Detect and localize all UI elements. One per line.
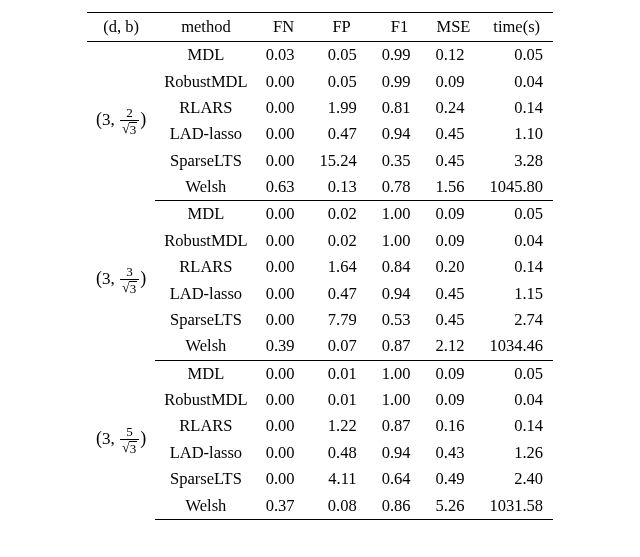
cell-fp: 0.47: [311, 280, 373, 306]
cell-fp: 0.07: [311, 333, 373, 360]
cell-time: 1.10: [480, 121, 553, 147]
table-row: Welsh0.370.080.865.261031.58: [87, 492, 553, 519]
group-label: (3, 2√3): [87, 42, 155, 201]
cell-fp: 0.01: [311, 387, 373, 413]
cell-f1: 0.87: [373, 333, 427, 360]
cell-fn: 0.03: [257, 42, 311, 69]
cell-f1: 0.99: [373, 42, 427, 69]
cell-method: MDL: [155, 201, 256, 228]
cell-time: 0.05: [480, 201, 553, 228]
cell-f1: 0.84: [373, 254, 427, 280]
cell-fn: 0.00: [257, 413, 311, 439]
col-method: method: [155, 13, 256, 42]
cell-f1: 0.94: [373, 121, 427, 147]
cell-f1: 0.94: [373, 280, 427, 306]
table-row: RLARS0.001.220.870.160.14: [87, 413, 553, 439]
cell-time: 0.04: [480, 68, 553, 94]
cell-fn: 0.37: [257, 492, 311, 519]
cell-f1: 0.94: [373, 440, 427, 466]
table-row: SparseLTS0.0015.240.350.453.28: [87, 148, 553, 174]
cell-mse: 0.09: [427, 228, 481, 254]
table-row: Welsh0.630.130.781.561045.80: [87, 174, 553, 201]
cell-mse: 0.09: [427, 360, 481, 387]
cell-mse: 5.26: [427, 492, 481, 519]
cell-time: 0.05: [480, 360, 553, 387]
cell-fp: 0.05: [311, 68, 373, 94]
col-fn: FN: [257, 13, 311, 42]
cell-fp: 0.47: [311, 121, 373, 147]
table-row: SparseLTS0.007.790.530.452.74: [87, 307, 553, 333]
table-row: (3, 3√3)MDL0.000.021.000.090.05: [87, 201, 553, 228]
cell-method: MDL: [155, 42, 256, 69]
cell-fp: 15.24: [311, 148, 373, 174]
cell-method: Welsh: [155, 174, 256, 201]
cell-mse: 0.09: [427, 387, 481, 413]
cell-time: 0.14: [480, 254, 553, 280]
cell-method: LAD-lasso: [155, 121, 256, 147]
cell-fp: 1.64: [311, 254, 373, 280]
cell-f1: 1.00: [373, 228, 427, 254]
cell-fp: 0.48: [311, 440, 373, 466]
col-db: (d, b): [87, 13, 155, 42]
col-fp: FP: [311, 13, 373, 42]
cell-fn: 0.63: [257, 174, 311, 201]
cell-mse: 2.12: [427, 333, 481, 360]
cell-fp: 0.05: [311, 42, 373, 69]
cell-time: 1045.80: [480, 174, 553, 201]
cell-f1: 0.86: [373, 492, 427, 519]
cell-time: 0.14: [480, 95, 553, 121]
cell-fn: 0.00: [257, 148, 311, 174]
cell-f1: 1.00: [373, 360, 427, 387]
cell-time: 2.40: [480, 466, 553, 492]
cell-mse: 0.45: [427, 280, 481, 306]
cell-time: 0.04: [480, 387, 553, 413]
table-header: (d, b) method FN FP F1 MSE time(s): [87, 13, 553, 42]
table-row: RobustMDL0.000.050.990.090.04: [87, 68, 553, 94]
cell-f1: 0.53: [373, 307, 427, 333]
cell-fn: 0.00: [257, 280, 311, 306]
results-table: (d, b) method FN FP F1 MSE time(s) (3, 2…: [87, 12, 553, 520]
cell-f1: 0.81: [373, 95, 427, 121]
cell-mse: 1.56: [427, 174, 481, 201]
table-row: (3, 2√3)MDL0.030.050.990.120.05: [87, 42, 553, 69]
cell-method: LAD-lasso: [155, 440, 256, 466]
cell-fp: 7.79: [311, 307, 373, 333]
col-mse: MSE: [427, 13, 481, 42]
group-label: (3, 3√3): [87, 201, 155, 360]
cell-f1: 1.00: [373, 387, 427, 413]
cell-mse: 0.43: [427, 440, 481, 466]
cell-mse: 0.16: [427, 413, 481, 439]
cell-fn: 0.00: [257, 360, 311, 387]
cell-fp: 1.99: [311, 95, 373, 121]
cell-method: MDL: [155, 360, 256, 387]
cell-fp: 0.08: [311, 492, 373, 519]
col-f1: F1: [373, 13, 427, 42]
cell-mse: 0.09: [427, 68, 481, 94]
cell-fn: 0.00: [257, 440, 311, 466]
cell-fp: 0.01: [311, 360, 373, 387]
cell-fn: 0.00: [257, 254, 311, 280]
cell-fp: 0.13: [311, 174, 373, 201]
cell-method: SparseLTS: [155, 466, 256, 492]
cell-f1: 0.87: [373, 413, 427, 439]
cell-time: 2.74: [480, 307, 553, 333]
cell-f1: 0.64: [373, 466, 427, 492]
table-row: LAD-lasso0.000.470.940.451.15: [87, 280, 553, 306]
table-row: RobustMDL0.000.011.000.090.04: [87, 387, 553, 413]
cell-method: SparseLTS: [155, 307, 256, 333]
cell-mse: 0.45: [427, 121, 481, 147]
cell-f1: 1.00: [373, 201, 427, 228]
cell-time: 1034.46: [480, 333, 553, 360]
table-row: (3, 5√3)MDL0.000.011.000.090.05: [87, 360, 553, 387]
cell-mse: 0.12: [427, 42, 481, 69]
cell-method: SparseLTS: [155, 148, 256, 174]
cell-mse: 0.20: [427, 254, 481, 280]
col-time: time(s): [480, 13, 553, 42]
cell-mse: 0.09: [427, 201, 481, 228]
cell-fn: 0.00: [257, 201, 311, 228]
cell-time: 3.28: [480, 148, 553, 174]
table-row: LAD-lasso0.000.470.940.451.10: [87, 121, 553, 147]
table-row: RobustMDL0.000.021.000.090.04: [87, 228, 553, 254]
cell-time: 1.15: [480, 280, 553, 306]
cell-fn: 0.00: [257, 228, 311, 254]
